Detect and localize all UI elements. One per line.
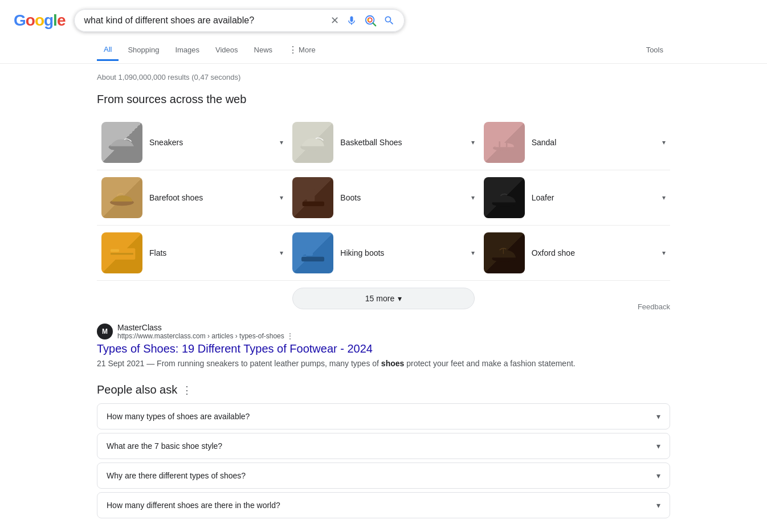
- paa-question-1: What are the 7 basic shoe style?: [107, 441, 222, 451]
- chevron-down-icon-sandal: ▾: [662, 138, 666, 146]
- svg-rect-12: [307, 245, 313, 256]
- shoe-thumb-sneakers: [101, 122, 142, 163]
- paa-item-0[interactable]: How many types of shoes are available? ▾: [97, 403, 670, 429]
- shoe-cards-grid: Sneakers ▾ Barefoot shoes ▾ Flats ▾: [97, 115, 670, 281]
- svg-line-2: [373, 23, 376, 26]
- show-more-label: 15 more: [365, 294, 394, 303]
- shoe-card-boots[interactable]: Boots ▾: [288, 170, 479, 226]
- shoe-thumb-oxford: [484, 232, 525, 273]
- show-more-button[interactable]: 15 more ▾: [292, 288, 475, 309]
- shoe-card-basketball[interactable]: Basketball Shoes ▾: [288, 115, 479, 170]
- results-count: About 1,090,000,000 results (0,47 second…: [97, 73, 670, 81]
- nav-item-news[interactable]: News: [247, 40, 280, 60]
- paa-question-2: Why are there different types of shoes?: [107, 471, 246, 480]
- header: Google ✕: [0, 0, 767, 36]
- shoe-thumb-basketball: [292, 122, 333, 163]
- card-col-1: Sneakers ▾ Barefoot shoes ▾ Flats ▾: [97, 115, 288, 281]
- lens-icon: [364, 14, 377, 27]
- svg-rect-8: [111, 253, 133, 255]
- chevron-down-icon-barefoot: ▾: [280, 194, 283, 202]
- shoe-thumb-flats: [101, 232, 142, 273]
- people-also-ask-section: People also ask ⋮ How many types of shoe…: [97, 383, 670, 518]
- section-title: From sources across the web: [97, 93, 670, 106]
- card-col-3: Sandal ▾ Loafer ▾ Oxford shoe ▾: [479, 115, 670, 281]
- nav-item-shopping[interactable]: Shopping: [121, 40, 166, 60]
- shoe-card-sneakers[interactable]: Sneakers ▾: [97, 115, 288, 170]
- paa-title: People also ask: [97, 383, 177, 396]
- lens-button[interactable]: [364, 14, 377, 27]
- shoe-thumb-loafer: [484, 177, 525, 218]
- source-name: MasterClass: [117, 323, 293, 332]
- chevron-down-icon-paa-0: ▾: [656, 412, 660, 421]
- search-icons: ✕: [331, 14, 395, 27]
- shoe-card-oxford[interactable]: Oxford shoe ▾: [479, 226, 670, 281]
- source-info: MasterClass https://www.masterclass.com …: [117, 323, 293, 340]
- shoe-card-barefoot[interactable]: Barefoot shoes ▾: [97, 170, 288, 226]
- more-label: More: [299, 46, 316, 54]
- source-url: https://www.masterclass.com › articles ›…: [117, 332, 293, 340]
- paa-menu-icon[interactable]: ⋮: [182, 384, 192, 396]
- shoe-card-sandal[interactable]: Sandal ▾: [479, 115, 670, 170]
- shoe-label-basketball: Basketball Shoes: [340, 138, 464, 147]
- chevron-down-icon-boots: ▾: [471, 194, 475, 202]
- google-logo: Google: [14, 11, 65, 30]
- favicon-text: M: [102, 328, 108, 335]
- shoe-thumb-boots: [292, 177, 333, 218]
- source-favicon: M: [97, 324, 113, 339]
- shoe-card-loafer[interactable]: Loafer ▾: [479, 170, 670, 226]
- svg-rect-11: [303, 202, 324, 206]
- shoe-label-oxford: Oxford shoe: [532, 248, 655, 257]
- shoe-thumb-sandal: [484, 122, 525, 163]
- shoe-thumb-hiking: [292, 232, 333, 273]
- result-source: M MasterClass https://www.masterclass.co…: [97, 323, 670, 340]
- shoe-label-sandal: Sandal: [532, 138, 655, 147]
- chevron-down-icon-loafer: ▾: [662, 194, 666, 202]
- feedback-link[interactable]: Feedback: [638, 302, 670, 311]
- chevron-down-icon-paa-3: ▾: [656, 501, 660, 510]
- paa-item-1[interactable]: What are the 7 basic shoe style? ▾: [97, 433, 670, 459]
- search-button[interactable]: [384, 15, 395, 26]
- card-col-2: Basketball Shoes ▾ Boots ▾ Hiking boots …: [288, 115, 479, 281]
- svg-rect-10: [307, 189, 315, 202]
- search-input[interactable]: [84, 15, 326, 26]
- nav-item-all[interactable]: All: [97, 39, 119, 61]
- result-desc: 21 Sept 2021 — From running sneakers to …: [97, 358, 670, 370]
- svg-rect-13: [301, 257, 324, 261]
- chevron-down-icon-more: ▾: [398, 294, 402, 303]
- chevron-down-icon-flats: ▾: [280, 249, 283, 257]
- search-result: M MasterClass https://www.masterclass.co…: [97, 323, 670, 370]
- shoe-label-sneakers: Sneakers: [149, 138, 273, 147]
- nav-item-videos[interactable]: Videos: [209, 40, 245, 60]
- source-menu-icon[interactable]: ⋮: [287, 332, 293, 340]
- search-icon: [384, 15, 395, 26]
- paa-item-3[interactable]: How many different shoes are there in th…: [97, 492, 670, 518]
- shoe-label-boots: Boots: [340, 193, 464, 202]
- nav-item-images[interactable]: Images: [168, 40, 206, 60]
- paa-question-0: How many types of shoes are available?: [107, 412, 250, 421]
- nav-item-tools[interactable]: Tools: [639, 40, 670, 60]
- chevron-down-icon-basketball: ▾: [471, 138, 475, 146]
- mic-button[interactable]: [346, 15, 357, 26]
- shoe-label-loafer: Loafer: [532, 193, 655, 202]
- result-title[interactable]: Types of Shoes: 19 Different Types of Fo…: [97, 342, 670, 355]
- more-dots-icon: ⋮: [288, 44, 297, 55]
- paa-question-3: How many different shoes are there in th…: [107, 501, 280, 510]
- clear-button[interactable]: ✕: [331, 14, 339, 27]
- chevron-down-icon-paa-1: ▾: [656, 441, 660, 451]
- shoe-card-flats[interactable]: Flats ▾: [97, 226, 288, 281]
- svg-rect-7: [111, 249, 119, 252]
- paa-item-2[interactable]: Why are there different types of shoes? …: [97, 463, 670, 489]
- shoe-thumb-barefoot: [101, 177, 142, 218]
- search-bar: ✕: [74, 9, 405, 32]
- svg-point-3: [368, 19, 370, 21]
- shoe-card-hiking[interactable]: Hiking boots ▾: [288, 226, 479, 281]
- content: About 1,090,000,000 results (0,47 second…: [0, 64, 767, 531]
- clear-icon: ✕: [331, 14, 339, 27]
- chevron-down-icon-oxford: ▾: [662, 249, 666, 257]
- source-url-text: https://www.masterclass.com › articles ›…: [117, 332, 284, 340]
- nav-item-more[interactable]: ⋮ More: [281, 39, 323, 61]
- nav: All Shopping Images Videos News ⋮ More T…: [0, 36, 767, 64]
- chevron-down-icon-paa-2: ▾: [656, 471, 660, 480]
- shoe-label-hiking: Hiking boots: [340, 248, 464, 257]
- chevron-down-icon-hiking: ▾: [471, 249, 475, 257]
